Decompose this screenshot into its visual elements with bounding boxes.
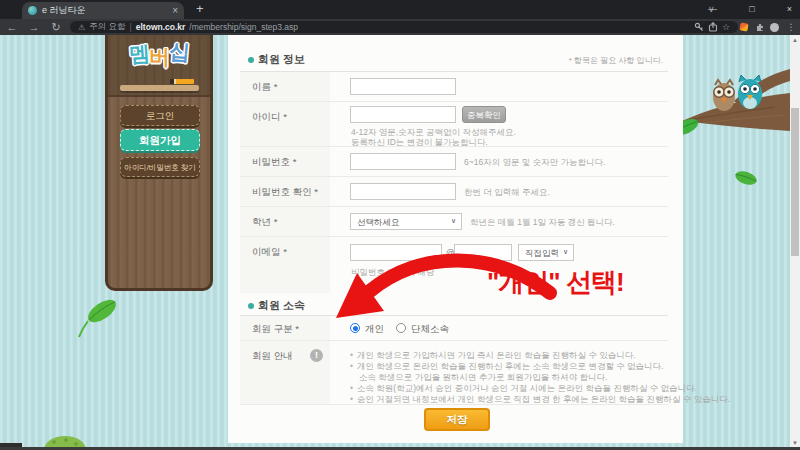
share-icon[interactable] [708, 22, 718, 32]
window-controls: — □ × [700, 0, 800, 19]
tab-close-icon[interactable]: × [172, 5, 178, 16]
id-input[interactable] [350, 106, 456, 123]
signup-content-panel: 회원 정보 * 항목은 필요 사항 입니다. 이름 * 아이디 * 중복확인 [228, 35, 683, 443]
forward-icon[interactable]: → [26, 19, 42, 35]
form-row-password-confirm: 비밀번호 확인 * 한번 더 입력해 주세요. [240, 177, 668, 207]
radio-group-affiliation[interactable] [396, 323, 406, 333]
window-maximize-button[interactable]: □ [749, 0, 754, 19]
membership-sidebar: 멤버십 로그인 회원가입 아이디/비밀번호 찾기 [105, 35, 213, 291]
screen: e 러닝타운 × + ∨ — □ × ← → ↻ ⚠ 주의 요함 | eltow… [0, 0, 800, 450]
url-domain: eltown.co.kr [136, 22, 186, 32]
pinned-extension-icon[interactable] [739, 22, 748, 31]
scrollbar-thumb[interactable] [791, 108, 799, 256]
email-label: 이메일 * [240, 237, 330, 293]
email-help: 비밀번호 분실 시 해당 [351, 267, 435, 279]
notice-exclamation-icon: ! [310, 349, 323, 362]
grade-help: 학년은 매월 1월 1일 자동 갱신 됩니다. [470, 217, 615, 229]
form-row-password: 비밀번호 * 6~16자의 영문 및 숫자만 가능합니다. [240, 147, 668, 177]
security-warning-text: 주의 요함 [89, 21, 125, 33]
window-close-button[interactable]: × [787, 0, 792, 19]
window-minimize-button[interactable]: — [708, 0, 717, 19]
back-icon[interactable]: ← [4, 19, 20, 35]
address-bar[interactable]: ⚠ 주의 요함 | eltown.co.kr /membership/sign_… [70, 21, 738, 33]
site-favicon-icon [28, 6, 37, 15]
required-fields-note: * 항목은 필요 사항 입니다. [569, 55, 663, 66]
name-label: 이름 * [240, 72, 330, 101]
profile-avatar-icon[interactable] [770, 23, 779, 32]
security-warning-icon[interactable]: ⚠ [78, 23, 85, 32]
sidebar-item-signup-active[interactable]: 회원가입 [120, 129, 200, 151]
bullet-icon: • [350, 361, 353, 371]
password-key-icon[interactable] [694, 22, 704, 32]
id-duplicate-check-button[interactable]: 중복확인 [462, 106, 506, 123]
annotation-select-individual: "개인" 선택! [487, 265, 624, 300]
password-confirm-label: 비밀번호 확인 * [240, 177, 330, 206]
notice-line: •승인 거절되면 내정보에서 개인 학생으로 직접 변경 한 후에는 온라인 학… [350, 394, 730, 406]
logo-char-2: 버 [149, 43, 169, 71]
chevron-down-icon: ∨ [451, 217, 456, 225]
browser-tab[interactable]: e 러닝타운 × [22, 2, 184, 19]
email-domain-input[interactable] [454, 244, 512, 261]
id-label: 아이디 * [240, 102, 330, 146]
grade-label: 학년 * [240, 207, 330, 236]
extensions-puzzle-icon[interactable] [755, 22, 765, 32]
new-tab-button[interactable]: + [196, 1, 204, 16]
url-separator: | [130, 22, 132, 32]
bookmark-star-icon[interactable]: ☆ [722, 22, 730, 32]
radio-individual-selected[interactable] [350, 323, 360, 333]
url-path: /membership/sign_step3.asp [189, 22, 690, 32]
password-label: 비밀번호 * [240, 147, 330, 176]
sidebar-logo-board: 멤버십 [108, 35, 210, 97]
shelf-graphic [120, 85, 199, 91]
bullet-icon: • [350, 350, 353, 360]
section-title-member-info: 회원 정보 [258, 52, 305, 67]
leaf-decoration [78, 293, 120, 339]
radio-individual-label[interactable]: 개인 [365, 323, 384, 336]
section-title-member-affiliation: 회원 소속 [258, 298, 305, 313]
sidebar-item-login[interactable]: 로그인 [120, 105, 200, 126]
radio-group-affiliation-label[interactable]: 단체소속 [411, 323, 449, 336]
password-confirm-input[interactable] [350, 183, 456, 200]
page-viewport: 멤버십 로그인 회원가입 아이디/비밀번호 찾기 회원 정보 * 항 [0, 35, 800, 450]
section-bullet-icon [248, 57, 254, 63]
email-local-input[interactable] [350, 244, 442, 261]
password-confirm-help: 한번 더 입력해 주세요. [464, 187, 550, 199]
chevron-down-icon: ∨ [563, 248, 568, 256]
member-affiliation-table: 회원 구분 * 개인 단체소속 회원 안내 ! •개인 학생으로 가입하시면 가… [240, 315, 668, 405]
browser-menu-icon[interactable]: ⋮ [784, 19, 798, 35]
bullet-icon: • [350, 394, 353, 404]
form-row-member-type: 회원 구분 * 개인 단체소속 [240, 316, 668, 341]
logo-char-1: 멤 [128, 39, 150, 68]
password-help: 6~16자의 영문 및 숫자만 가능합니다. [464, 157, 605, 169]
form-row-grade: 학년 * 선택하세요 ∨ 학년은 매월 1월 1일 자동 갱신 됩니다. [240, 207, 668, 237]
password-input[interactable] [350, 153, 456, 170]
section-bullet-icon [248, 303, 254, 309]
name-input[interactable] [350, 78, 456, 95]
member-type-label: 회원 구분 * [240, 316, 330, 340]
scroll-down-icon[interactable]: ▼ [790, 440, 800, 446]
form-row-id: 아이디 * 중복확인 4-12자 영문,숫자로 공백없이 작성해주세요. 등록하… [240, 102, 668, 147]
logo-char-3: 십 [168, 37, 190, 67]
bullet-icon: • [350, 383, 353, 393]
reload-icon[interactable]: ↻ [48, 19, 64, 35]
browser-tab-strip: e 러닝타운 × + ∨ — □ × [0, 0, 800, 19]
member-info-table: 이름 * 아이디 * 중복확인 4-12자 영문,숫자로 공백없이 작성해주세요… [240, 71, 668, 293]
pencil-icon [170, 79, 194, 84]
scroll-up-icon[interactable]: ▲ [790, 37, 800, 43]
email-domain-select[interactable]: 직접입력 ∨ [518, 244, 574, 261]
save-button[interactable]: 저장 [424, 408, 490, 431]
grade-select[interactable]: 선택하세요 ∨ [350, 213, 462, 230]
membership-logo: 멤버십 [108, 40, 210, 68]
tab-title: e 러닝타운 [42, 4, 167, 17]
form-row-name: 이름 * [240, 72, 668, 102]
form-row-member-notice: 회원 안내 ! •개인 학생으로 가입하시면 가입 즉시 온라인 학습을 진행하… [240, 341, 668, 405]
sidebar-item-find-id-password[interactable]: 아이디/비밀번호 찾기 [120, 157, 200, 177]
